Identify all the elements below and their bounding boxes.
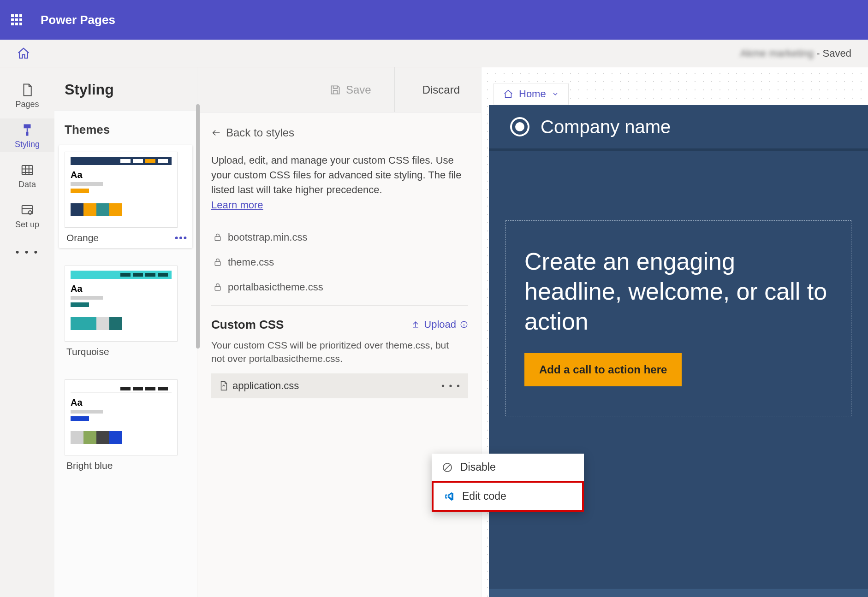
- home-bar: Akme marketing - Saved: [0, 40, 868, 67]
- home-icon: [503, 89, 513, 99]
- rail-setup[interactable]: Set up: [0, 199, 54, 232]
- svg-rect-3: [215, 236, 220, 240]
- theme-thumb: Aa: [65, 266, 178, 342]
- vscode-icon: [444, 491, 455, 502]
- rail-data[interactable]: Data: [0, 159, 54, 192]
- theme-card-orange[interactable]: Aa Orange •••: [59, 145, 192, 248]
- hero-section[interactable]: Create an engaging headline, welcome, or…: [505, 220, 851, 416]
- discard-button[interactable]: Discard: [422, 67, 464, 112]
- upload-button[interactable]: Upload: [411, 319, 468, 331]
- rail-label: Set up: [15, 220, 39, 229]
- custom-css-title: Custom CSS: [211, 318, 284, 332]
- styling-title: Styling: [54, 67, 197, 111]
- themes-label: Themes: [54, 111, 197, 145]
- svg-rect-5: [215, 286, 220, 290]
- site-preview: Company name Create an engaging headline…: [489, 105, 868, 597]
- company-name: Company name: [541, 117, 671, 137]
- theme-name: Turquoise: [66, 346, 109, 357]
- breadcrumb[interactable]: Home: [493, 83, 569, 105]
- save-state: Akme marketing - Saved: [740, 47, 851, 59]
- rail-more-icon[interactable]: • • •: [16, 246, 39, 258]
- theme-card-bright-blue[interactable]: Aa Bright blue: [59, 373, 192, 476]
- app-topbar: Power Pages: [0, 0, 868, 40]
- waffle-icon[interactable]: [11, 14, 22, 25]
- custom-css-file-row[interactable]: application.css • • •: [211, 373, 468, 398]
- logo-icon: [510, 117, 529, 136]
- file-icon: [219, 381, 229, 391]
- site-header: Company name: [489, 105, 868, 151]
- css-panel: Save Discard Back to styles Upload, edit…: [197, 67, 482, 597]
- left-rail: Pages Styling Data Set up • • •: [0, 67, 54, 597]
- custom-css-note: Your custom CSS will be prioritized over…: [211, 338, 460, 366]
- rail-pages[interactable]: Pages: [0, 78, 54, 112]
- locked-css-file: bootstrap.min.css: [211, 225, 468, 250]
- css-description: Upload, edit, and manage your custom CSS…: [211, 153, 465, 197]
- info-icon[interactable]: [460, 320, 468, 329]
- cta-button[interactable]: Add a call to action here: [524, 353, 682, 386]
- arrow-left-icon: [211, 128, 221, 138]
- theme-thumb: Aa: [65, 152, 178, 228]
- theme-more-icon[interactable]: •••: [175, 232, 188, 243]
- lock-icon: [213, 283, 222, 292]
- chevron-down-icon: [552, 90, 559, 98]
- rail-label: Pages: [15, 100, 39, 109]
- menu-disable[interactable]: Disable: [432, 454, 584, 481]
- themes-column: Styling Themes Aa Orange •: [54, 67, 197, 597]
- menu-edit-code[interactable]: Edit code: [432, 481, 584, 512]
- theme-card-turquoise[interactable]: Aa Turquoise: [59, 259, 192, 362]
- hero-headline[interactable]: Create an engaging headline, welcome, or…: [524, 247, 832, 337]
- theme-name: Orange: [66, 232, 99, 243]
- site-footer-band: [489, 589, 868, 597]
- learn-more-link[interactable]: Learn more: [211, 199, 263, 211]
- home-icon[interactable]: [17, 47, 30, 60]
- theme-name: Bright blue: [66, 460, 113, 471]
- disable-icon: [442, 462, 453, 473]
- panel-toolbar: Save Discard: [197, 67, 481, 112]
- lock-icon: [213, 258, 222, 267]
- locked-css-file: theme.css: [211, 250, 468, 275]
- more-options-icon[interactable]: • • •: [441, 381, 461, 391]
- svg-rect-4: [215, 261, 220, 265]
- app-brand: Power Pages: [41, 13, 115, 27]
- rail-label: Data: [18, 180, 36, 189]
- upload-icon: [411, 320, 420, 329]
- save-icon: [329, 84, 341, 96]
- svg-rect-1: [22, 206, 33, 214]
- save-button[interactable]: Save: [329, 67, 395, 112]
- rail-label: Styling: [15, 140, 40, 149]
- context-menu: Disable Edit code: [432, 454, 584, 512]
- preview-canvas: Home Company name Create an engaging hea…: [482, 67, 868, 597]
- rail-styling[interactable]: Styling: [0, 118, 54, 152]
- theme-thumb: Aa: [65, 379, 178, 455]
- svg-rect-0: [22, 166, 33, 175]
- locked-css-file: portalbasictheme.css: [211, 275, 468, 300]
- back-to-styles[interactable]: Back to styles: [211, 126, 468, 139]
- lock-icon: [213, 233, 222, 242]
